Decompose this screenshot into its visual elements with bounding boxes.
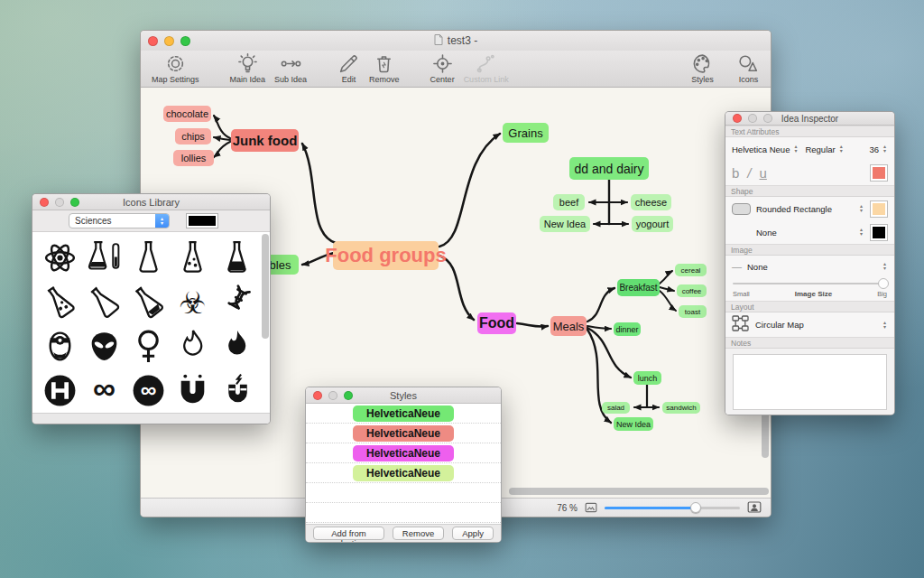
style-row-empty[interactable] <box>306 503 501 523</box>
icon-color-well[interactable] <box>186 213 218 228</box>
mindmap-node-food[interactable]: Food <box>477 312 516 334</box>
shape-select[interactable]: Rounded Rectangle <box>756 204 832 214</box>
h-circle-icon[interactable] <box>38 368 82 413</box>
font-size-value[interactable]: 36 <box>869 144 879 154</box>
toolbar-button-map-settings[interactable]: Map Settings <box>152 52 199 84</box>
mindmap-node-junk-food[interactable]: Junk food <box>231 129 299 152</box>
underline-button[interactable]: u <box>760 165 767 181</box>
zoom-button[interactable] <box>763 114 772 123</box>
styles-titlebar[interactable]: Styles <box>306 387 501 404</box>
border-color-well[interactable] <box>870 224 888 241</box>
mindmap-node-cheese[interactable]: cheese <box>631 194 671 210</box>
style-row-empty[interactable] <box>306 483 501 503</box>
flask-empty-icon[interactable] <box>126 236 171 280</box>
text-color-well[interactable] <box>870 164 888 182</box>
remove-button[interactable]: Remove <box>393 527 444 540</box>
flask-dots-icon[interactable] <box>171 236 215 280</box>
flask-tilt-dots-icon[interactable] <box>38 280 82 324</box>
font-size-stepper[interactable]: ▴▾ <box>882 144 888 154</box>
mindmap-node-new-idea-dairy[interactable]: New Idea <box>540 216 590 232</box>
minimize-button[interactable] <box>328 391 337 400</box>
style-row[interactable]: HelveticaNeue <box>306 424 501 443</box>
magnet-dots-icon[interactable] <box>171 368 215 413</box>
mindmap-node-salad[interactable]: salad <box>602 402 630 414</box>
flask-tilt-empty-icon[interactable] <box>82 280 126 324</box>
toolbar-button-styles[interactable]: Styles <box>691 52 714 84</box>
flame-filled-icon[interactable] <box>215 324 259 368</box>
notes-input[interactable] <box>733 354 887 410</box>
mindmap-node-yogourt[interactable]: yogourt <box>632 216 673 232</box>
mindmap-node-dd-and-dairy[interactable]: dd and dairy <box>569 157 649 180</box>
add-from-selection-button[interactable]: Add from selection <box>313 527 384 540</box>
minimize-button[interactable] <box>748 114 757 123</box>
toolbar-button-center[interactable]: Center <box>430 52 455 84</box>
main-titlebar[interactable]: test3 - <box>141 31 771 51</box>
category-select[interactable]: Sciences ▴▾ <box>69 213 170 228</box>
atom-icon[interactable] <box>38 236 82 280</box>
mindmap-node-breakfast[interactable]: Breakfast <box>617 279 660 296</box>
magnet-bolt-icon[interactable] <box>215 368 259 413</box>
alien-icon[interactable] <box>82 324 126 368</box>
mindmap-node-chips[interactable]: chips <box>175 128 211 144</box>
layout-stepper[interactable]: ▴▾ <box>882 321 888 330</box>
mindmap-node-beef[interactable]: beef <box>553 194 585 210</box>
font-style-select[interactable]: Regular <box>805 144 835 154</box>
icon-grid-scrollbar[interactable] <box>262 234 269 339</box>
mindmap-node-grains[interactable]: Grains <box>503 123 549 143</box>
mindmap-node-sandwich[interactable]: sandwich <box>662 402 700 414</box>
style-row[interactable]: HelveticaNeue <box>306 443 501 463</box>
zoom-slider-thumb[interactable] <box>690 502 701 513</box>
image-size-slider[interactable] <box>725 277 894 290</box>
mindmap-node-cereal[interactable]: cereal <box>675 264 707 276</box>
close-button[interactable] <box>733 114 742 123</box>
toolbar-button-edit[interactable]: Edit <box>337 52 360 84</box>
fit-page-icon[interactable] <box>585 500 597 517</box>
mindmap-node-new-idea-meals[interactable]: New Idea <box>614 417 653 431</box>
image-select[interactable]: None <box>747 262 768 272</box>
shape-stepper[interactable]: ▴▾ <box>858 204 864 213</box>
icons-titlebar[interactable]: Icons Library <box>32 194 270 210</box>
toolbar-button-main-idea[interactable]: Main Idea <box>230 52 266 84</box>
biohazard-icon[interactable]: ☣ <box>171 280 215 324</box>
border-stepper[interactable]: ▴▾ <box>858 228 864 237</box>
flask-filled-icon[interactable] <box>215 236 259 280</box>
font-name-stepper[interactable]: ▴▾ <box>792 144 799 154</box>
dna-icon[interactable] <box>215 280 259 324</box>
style-row[interactable]: HelveticaNeue <box>306 463 501 483</box>
zoom-slider[interactable] <box>605 507 740 509</box>
border-select[interactable]: None <box>756 228 777 238</box>
presentation-icon[interactable] <box>747 500 762 517</box>
apply-button[interactable]: Apply <box>452 527 494 540</box>
flask-tilt-filled-icon[interactable] <box>126 280 171 324</box>
mindmap-node-lunch[interactable]: lunch <box>633 371 661 385</box>
mindmap-node-lollies[interactable]: lollies <box>173 150 214 166</box>
zoom-button[interactable] <box>344 391 353 400</box>
font-style-stepper[interactable]: ▴▾ <box>838 144 845 154</box>
font-name-select[interactable]: Helvetica Neue <box>732 144 790 154</box>
mindmap-node-coffee[interactable]: coffee <box>677 284 707 297</box>
flame-outline-icon[interactable] <box>171 324 215 368</box>
layout-select[interactable]: Circular Map <box>755 320 804 330</box>
close-button[interactable] <box>148 36 158 46</box>
infinity-circle-icon[interactable]: ∞ <box>126 368 171 413</box>
mindmap-node-dinner[interactable]: dinner <box>614 322 641 336</box>
zoom-button[interactable] <box>70 198 79 207</box>
venus-icon[interactable] <box>126 324 171 368</box>
mindmap-node-meals[interactable]: Meals <box>550 316 587 336</box>
image-stepper[interactable]: ▴▾ <box>882 262 888 271</box>
minimize-button[interactable] <box>55 198 64 207</box>
inspector-titlebar[interactable]: Idea Inspector <box>725 112 894 126</box>
bold-button[interactable]: b <box>732 165 739 181</box>
close-button[interactable] <box>40 198 49 207</box>
zoom-button[interactable] <box>180 36 190 46</box>
close-button[interactable] <box>313 391 322 400</box>
minimize-button[interactable] <box>164 36 174 46</box>
flask-tube-icon[interactable] <box>82 236 126 280</box>
infinity-icon[interactable]: ∞ <box>82 368 126 413</box>
toolbar-button-icons[interactable]: Icons <box>737 52 760 84</box>
toolbar-button-sub-idea[interactable]: Sub Idea <box>274 52 307 84</box>
mindmap-node-toast[interactable]: toast <box>679 305 707 318</box>
toolbar-button-remove[interactable]: Remove <box>369 52 400 84</box>
style-row[interactable]: HelveticaNeue <box>306 404 501 424</box>
italic-button[interactable]: / <box>747 165 751 181</box>
